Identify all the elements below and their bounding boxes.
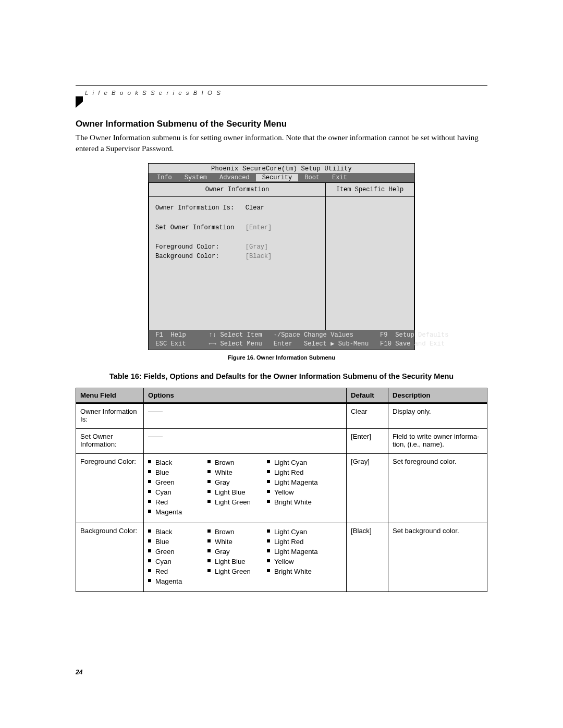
bios-row: Background Color: [Black] xyxy=(155,252,321,262)
cell-menu-field: Background Color: xyxy=(76,523,144,592)
bios-screenshot: Phoenix SecureCore(tm) Setup Utility Inf… xyxy=(148,163,415,350)
bios-row xyxy=(155,232,321,242)
table-row: Set Owner Informa­tion:[Enter]Field to w… xyxy=(76,428,487,453)
page: L i f e B o o k S S e r i e s B I O S Ow… xyxy=(0,0,563,728)
bios-tab-boot: Boot xyxy=(298,174,326,181)
table-row: Foreground Color:BlackBlueGreenCyanRedMa… xyxy=(76,453,487,523)
bios-left-pane: Owner Information Owner Information Is: … xyxy=(149,183,326,330)
bios-tab-system: System xyxy=(178,174,213,181)
figure-caption: Figure 16. Owner Information Submenu xyxy=(76,354,487,361)
cell-options: BlackBlueGreenCyanRedMagentaBrownWhiteGr… xyxy=(144,453,347,523)
color-option: Brown xyxy=(207,458,265,467)
color-option: Light Magenta xyxy=(267,477,324,487)
bios-menubar: InfoSystemAdvancedSecurityBootExit xyxy=(149,173,414,182)
color-option: Yellow xyxy=(267,557,324,566)
color-option: White xyxy=(207,537,265,547)
dash-icon xyxy=(148,437,163,437)
color-option: Light Blue xyxy=(207,487,265,497)
color-option: Green xyxy=(148,477,205,487)
color-option: Red xyxy=(148,497,205,507)
dash-icon xyxy=(148,412,163,412)
color-option: Brown xyxy=(207,527,265,537)
cell-menu-field: Set Owner Informa­tion: xyxy=(76,428,144,453)
color-option: Blue xyxy=(148,467,205,477)
color-option: Light Red xyxy=(267,467,324,477)
color-option: Blue xyxy=(148,537,205,547)
section-paragraph: The Owner Information submenu is for set… xyxy=(76,132,487,154)
color-option: Gray xyxy=(207,477,265,487)
cell-default: Clear xyxy=(347,403,388,428)
table-header-description: Description xyxy=(388,388,487,403)
bios-row xyxy=(155,213,321,223)
bios-right-pane: Item Specific Help xyxy=(326,183,414,330)
color-option: Bright White xyxy=(267,497,324,507)
table-header-menu-field: Menu Field xyxy=(76,388,144,403)
color-option: Yellow xyxy=(267,487,324,497)
table-caption: Table 16: Fields, Options and Defaults f… xyxy=(76,372,487,380)
options-table: Menu Field Options Default Description O… xyxy=(76,388,487,593)
bios-right-heading: Item Specific Help xyxy=(326,183,414,197)
color-option: Magenta xyxy=(148,576,205,586)
bios-tab-info: Info xyxy=(151,174,178,181)
color-option: Light Blue xyxy=(207,557,265,566)
bios-footer: F1 Help ↑↓ Select Item -/Space Change Va… xyxy=(149,330,414,349)
cell-default: [Gray] xyxy=(347,453,388,523)
page-number: 24 xyxy=(76,669,82,676)
color-option: White xyxy=(207,467,265,477)
bios-title: Phoenix SecureCore(tm) Setup Utility xyxy=(149,164,414,173)
color-option: Light Magenta xyxy=(267,547,324,557)
cell-options: BlackBlueGreenCyanRedMagentaBrownWhiteGr… xyxy=(144,523,347,592)
bios-row: Set Owner Information [Enter] xyxy=(155,223,321,233)
color-option: Light Green xyxy=(207,566,265,576)
bios-tab-exit: Exit xyxy=(326,174,353,181)
color-option: Cyan xyxy=(148,487,205,497)
cell-menu-field: Owner Information Is: xyxy=(76,403,144,428)
cell-options xyxy=(144,428,347,453)
cell-options xyxy=(144,403,347,428)
table-row: Background Color:BlackBlueGreenCyanRedMa… xyxy=(76,523,487,592)
cell-default: [Black] xyxy=(347,523,388,592)
cell-default: [Enter] xyxy=(347,428,388,453)
table-row: Owner Information Is:ClearDisplay only. xyxy=(76,403,487,428)
color-option: Light Cyan xyxy=(267,527,324,537)
cell-description: Display only. xyxy=(388,403,487,428)
color-option: Light Red xyxy=(267,537,324,547)
color-option: Red xyxy=(148,566,205,576)
cell-description: Set foreground color. xyxy=(388,453,487,523)
cell-description: Set background color. xyxy=(388,523,487,592)
color-option: Light Cyan xyxy=(267,458,324,467)
color-option: Bright White xyxy=(267,566,324,576)
color-option: Cyan xyxy=(148,557,205,566)
header-rule xyxy=(76,85,487,86)
color-option: Light Green xyxy=(207,497,265,507)
cell-menu-field: Foreground Color: xyxy=(76,453,144,523)
bios-row: Owner Information Is: Clear xyxy=(155,203,321,213)
table-header-options: Options xyxy=(144,388,347,403)
running-head: L i f e B o o k S S e r i e s B I O S xyxy=(85,90,222,96)
section-heading: Owner Information Submenu of the Securit… xyxy=(76,119,487,129)
color-option: Black xyxy=(148,527,205,537)
table-header-default: Default xyxy=(347,388,388,403)
bios-tab-security: Security xyxy=(256,174,299,181)
color-option: Magenta xyxy=(148,507,205,517)
bios-row: Foreground Color: [Gray] xyxy=(155,242,321,252)
color-option: Black xyxy=(148,458,205,467)
color-option: Green xyxy=(148,547,205,557)
bios-left-heading: Owner Information xyxy=(149,183,325,197)
color-option: Gray xyxy=(207,547,265,557)
svg-marker-0 xyxy=(76,96,83,108)
bios-tab-advanced: Advanced xyxy=(213,174,256,181)
cell-description: Field to write owner informa­tion, (i.e.… xyxy=(388,428,487,453)
